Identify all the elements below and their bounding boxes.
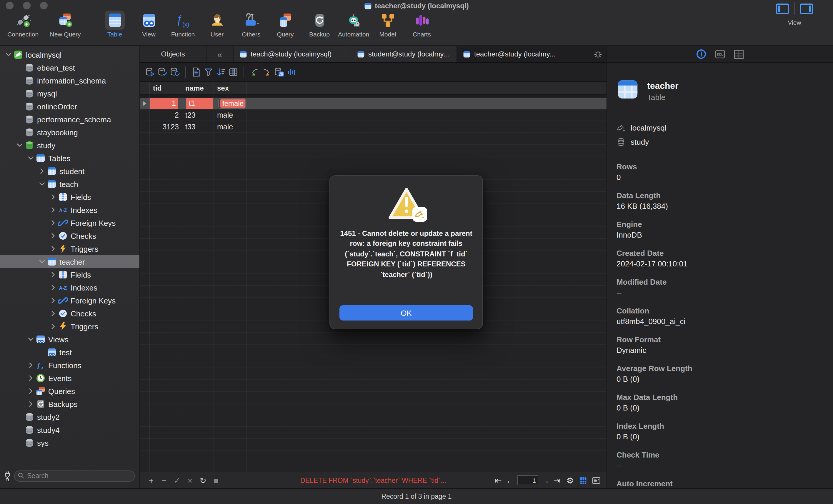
toggle-right-sidebar-icon[interactable] [800,3,813,14]
sex-combobox[interactable]: female [218,98,246,109]
tree-item-study4[interactable]: study4 [0,424,139,436]
chevron-right-icon[interactable] [49,272,57,278]
tree-item-test[interactable]: test [0,346,139,359]
tree-item-indexes[interactable]: A-ZIndexes [0,203,139,216]
chevron-right-icon[interactable] [27,375,35,381]
cell-name[interactable]: t33 [182,121,214,133]
first-page-button[interactable]: ⇤ [492,476,504,485]
ddl-tab-icon[interactable]: DDL [715,49,725,59]
toolbar-button-user[interactable]: User [200,10,234,38]
tree-item-sys[interactable]: sys [0,436,139,449]
tree-item-checks[interactable]: Checks [0,307,139,320]
chevron-right-icon[interactable] [38,168,46,174]
tree-item-backups[interactable]: Backups [0,398,139,410]
chevron-right-icon[interactable] [27,388,35,394]
tree-item-study[interactable]: study [0,139,139,152]
tree-item-performance-schema[interactable]: performance_schema [0,113,139,126]
tree-item-foreign-keys[interactable]: Foreign Keys [0,216,139,230]
cell-sex[interactable]: male [214,121,246,133]
chevron-right-icon[interactable] [49,323,57,329]
next-page-button[interactable]: → [540,476,551,485]
chevron-right-icon[interactable] [49,194,57,200]
column-header-sex[interactable]: sex [214,82,246,94]
text-icon[interactable] [190,66,203,78]
table-row-2[interactable]: 2t23male [140,110,606,121]
tree-item-teach[interactable]: teach [0,177,139,191]
cell-sex[interactable]: male [214,110,246,121]
form-view-icon[interactable] [590,476,602,485]
tree-item-triggers[interactable]: Triggers [0,320,139,333]
cell-name[interactable]: t23 [182,110,214,121]
tree-item-student[interactable]: student [0,165,139,177]
ok-button[interactable]: OK [339,305,473,320]
tab-student-study-localmy[interactable]: student@study (localmy... [351,46,457,62]
stop-button[interactable]: ■ [209,476,222,485]
toolbar-button-function[interactable]: f(x)Function [166,10,200,38]
tree-item-fields[interactable]: Fields [0,268,139,281]
tree-item-views[interactable]: Views [0,333,139,346]
cell-tid[interactable]: 3123 [149,121,182,133]
chevron-down-icon[interactable] [38,259,46,265]
chevron-right-icon[interactable] [49,233,57,239]
filter-icon[interactable] [203,66,215,78]
import-wizard-icon[interactable] [248,66,261,78]
chevron-right-icon[interactable] [49,207,57,213]
tree-item-checks[interactable]: Checks [0,230,139,242]
toolbar-button-view[interactable]: View [132,10,166,38]
tree-item-staybooking[interactable]: staybooking [0,126,139,139]
toolbar-button-connection[interactable]: Connection [6,10,40,38]
tree-item-onlineorder[interactable]: onlineOrder [0,100,139,113]
chevron-right-icon[interactable] [49,285,57,290]
export-wizard-icon[interactable] [261,66,273,78]
toolbar-button-automation[interactable]: Automation [336,10,371,38]
collapse-tabs-button[interactable]: « [207,46,234,62]
add-record-button[interactable]: + [145,476,158,485]
delete-record-button[interactable]: − [158,476,171,485]
tree-item-tables[interactable]: Tables [0,152,139,165]
tab-teacher-study-localmy[interactable]: teacher@study (localmy... [457,46,606,62]
chevron-right-icon[interactable] [49,311,57,316]
column-header-name[interactable]: name [182,82,214,94]
chevron-down-icon[interactable] [38,181,46,187]
toolbar-button-query[interactable]: Query [268,10,302,38]
pulse-icon[interactable] [285,66,298,78]
tree-item-triggers[interactable]: Triggers [0,242,139,255]
discard-changes-button[interactable]: × [184,476,196,485]
tab-teach-study-localmysql[interactable]: teach@study (localmysql) [234,46,351,62]
cell-name[interactable]: t1 [182,98,214,110]
fields-layout-tab-icon[interactable] [734,49,744,59]
toolbar-button-backup[interactable]: Backup [302,10,336,38]
chevron-down-icon[interactable] [27,336,35,342]
page-settings-gear-icon[interactable]: ⚙ [564,476,576,485]
page-number-input[interactable] [517,475,538,485]
table-row-1[interactable]: 1t1female [140,98,606,110]
toolbar-button-model[interactable]: Model [371,10,405,38]
commit-icon[interactable] [157,66,169,78]
last-page-button[interactable]: ⇥ [551,476,563,485]
tree-item-mysql[interactable]: mysql [0,87,139,100]
toolbar-button-others[interactable]: Others [234,10,268,38]
info-tab-icon[interactable] [696,49,707,59]
tree-item-ebean-test[interactable]: ebean_test [0,61,139,74]
tree-item-queries[interactable]: Queries [0,385,139,398]
cell-tid[interactable]: 2 [149,110,182,121]
search-input[interactable] [14,471,135,482]
column-header-tid[interactable]: tid [149,82,182,94]
toolbar-button-table[interactable]: Table [98,10,132,38]
tree-item-indexes[interactable]: A-ZIndexes [0,281,139,294]
data-generation-icon[interactable]: 101ABC [273,66,285,78]
chevron-down-icon[interactable] [5,52,13,57]
sort-icon[interactable] [215,66,227,78]
toolbar-button-charts[interactable]: Charts [405,10,439,38]
chevron-right-icon[interactable] [49,297,57,304]
chevron-right-icon[interactable] [49,220,57,226]
columns-icon[interactable] [227,66,239,78]
tree-item-information-schema[interactable]: information_schema [0,74,139,87]
chevron-right-icon[interactable] [49,246,57,252]
connection-plug-icon[interactable] [3,471,11,481]
tree-item-localmysql[interactable]: localmysql [0,48,139,61]
cell-tid[interactable]: 1 [149,98,182,110]
chevron-down-icon[interactable] [27,155,35,161]
tree-item-study2[interactable]: study2 [0,410,139,424]
chevron-down-icon[interactable] [16,142,24,148]
